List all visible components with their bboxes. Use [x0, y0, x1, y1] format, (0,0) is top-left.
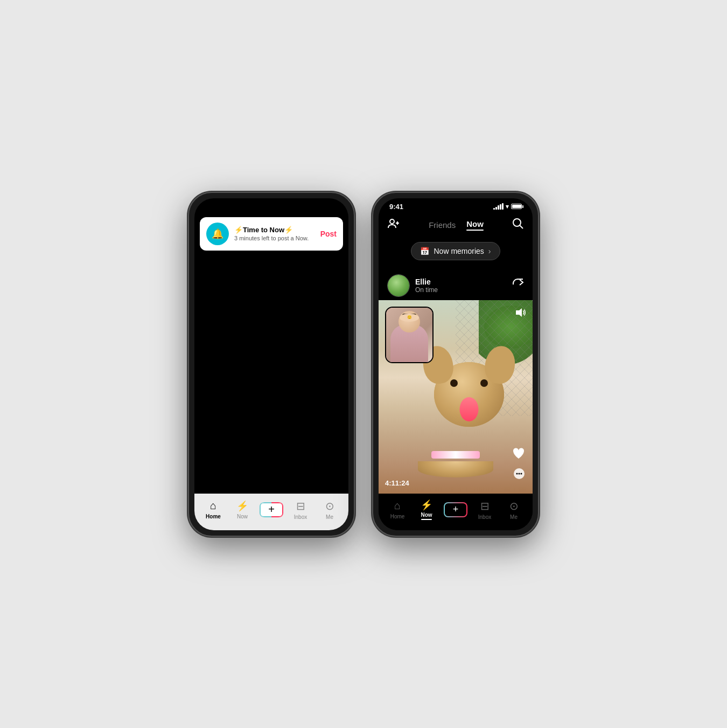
profile-icon-1: ⊙	[325, 500, 334, 512]
svg-point-4	[513, 219, 521, 226]
phone-1-screen: 9:41 ▾ 🔔	[194, 198, 348, 530]
home-icon-1: ⌂	[210, 500, 216, 512]
selfie-inset-photo: 😊	[385, 307, 434, 363]
now-icon-2: ⚡	[421, 499, 432, 511]
signal-icon-1	[309, 203, 319, 210]
nav-now-1[interactable]: ⚡ Now	[228, 500, 257, 519]
phone-1: 9:41 ▾ 🔔	[188, 192, 355, 537]
svg-line-5	[520, 225, 523, 228]
notification-banner[interactable]: 🔔 ⚡Time to Now⚡ 3 minutes left to post a…	[200, 217, 343, 251]
status-time-1: 9:41	[205, 203, 219, 211]
scene: 9:41 ▾ 🔔	[166, 170, 561, 558]
status-icons-1: ▾	[309, 203, 338, 210]
svg-point-11	[516, 473, 518, 474]
status-time-2: 9:41	[389, 203, 403, 211]
calendar-icon: 📅	[420, 247, 429, 255]
notification-subtitle: 3 minutes left to post a Now.	[234, 235, 315, 241]
nav-home-label-1: Home	[206, 514, 221, 519]
notification-post-button[interactable]: Post	[320, 230, 337, 238]
now-tab[interactable]: Now	[466, 219, 484, 231]
now-header: Friends Now	[379, 213, 533, 235]
wifi-icon-2: ▾	[506, 203, 509, 210]
notification-text: ⚡Time to Now⚡ 3 minutes left to post a N…	[234, 226, 315, 241]
now-memories-button[interactable]: 📅 Now memories ›	[411, 242, 500, 260]
notification-icon: 🔔	[206, 223, 229, 245]
battery-icon-1	[327, 204, 338, 209]
plus-button-2[interactable]: +	[444, 502, 467, 517]
bottom-nav-2: ⌂ Home ⚡ Now +	[379, 494, 533, 530]
home-icon-2: ⌂	[394, 500, 401, 512]
sound-icon[interactable]	[514, 307, 526, 321]
heart-button[interactable]	[511, 446, 526, 464]
svg-point-12	[519, 473, 520, 474]
now-memories-label: Now memories	[434, 247, 484, 255]
nav-now-label-2: Now	[421, 512, 432, 518]
svg-point-13	[521, 473, 522, 474]
bottom-nav-1: ⌂ Home ⚡ Now + ⊟ Inbox	[194, 494, 348, 530]
dog-illustration	[407, 389, 504, 477]
search-button[interactable]	[512, 218, 524, 232]
battery-icon-2	[511, 204, 522, 209]
nav-me-label-1: Me	[326, 514, 333, 520]
phone-2-screen: 9:41 ▾	[379, 198, 533, 530]
video-timestamp: 4:11:24	[385, 479, 409, 487]
user-avatar-2[interactable]	[387, 274, 410, 297]
post-username: Ellie	[415, 278, 438, 286]
notification-title: ⚡Time to Now⚡	[234, 226, 315, 234]
svg-point-1	[390, 219, 394, 224]
now-post-photo[interactable]: 😊 4:11:24	[379, 300, 533, 494]
inbox-icon-1: ⊟	[296, 500, 305, 512]
friends-tab[interactable]: Friends	[429, 220, 456, 230]
nav-me-1[interactable]: ⊙ Me	[315, 500, 344, 520]
signal-icon-2	[493, 203, 504, 210]
nav-me-label-2: Me	[510, 514, 518, 520]
nav-inbox-2[interactable]: ⊟ Inbox	[470, 500, 499, 520]
nav-me-2[interactable]: ⊙ Me	[499, 500, 528, 520]
nav-home-1[interactable]: ⌂ Home	[199, 500, 228, 519]
status-icons-2: ▾	[493, 203, 522, 210]
post-user-info: Ellie On time	[379, 269, 533, 300]
nav-home-label-2: Home	[390, 514, 405, 519]
phone-2: 9:41 ▾	[372, 192, 539, 537]
nav-now-label-1: Now	[237, 514, 248, 519]
nav-plus-2[interactable]: +	[441, 502, 470, 517]
add-friend-button[interactable]	[387, 217, 400, 233]
memories-arrow-icon: ›	[488, 247, 491, 255]
svg-marker-9	[516, 308, 522, 317]
nav-inbox-label-2: Inbox	[478, 514, 491, 520]
comment-button-2[interactable]	[512, 467, 526, 484]
now-icon-1: ⚡	[236, 500, 248, 512]
wifi-icon-1: ▾	[321, 203, 325, 210]
profile-icon-2: ⊙	[509, 500, 519, 512]
nav-plus-1[interactable]: +	[257, 502, 286, 517]
nav-home-2[interactable]: ⌂ Home	[383, 500, 412, 519]
plus-button-1[interactable]: +	[260, 502, 283, 517]
nav-inbox-1[interactable]: ⊟ Inbox	[286, 500, 315, 520]
nav-inbox-label-1: Inbox	[294, 514, 307, 520]
status-bar-2: 9:41 ▾	[379, 198, 533, 213]
share-post-icon[interactable]	[512, 278, 524, 293]
post-status: On time	[415, 286, 438, 294]
inbox-icon-2: ⊟	[480, 500, 490, 512]
status-bar-1: 9:41 ▾	[194, 198, 348, 213]
nav-now-2[interactable]: ⚡ Now	[412, 499, 441, 520]
